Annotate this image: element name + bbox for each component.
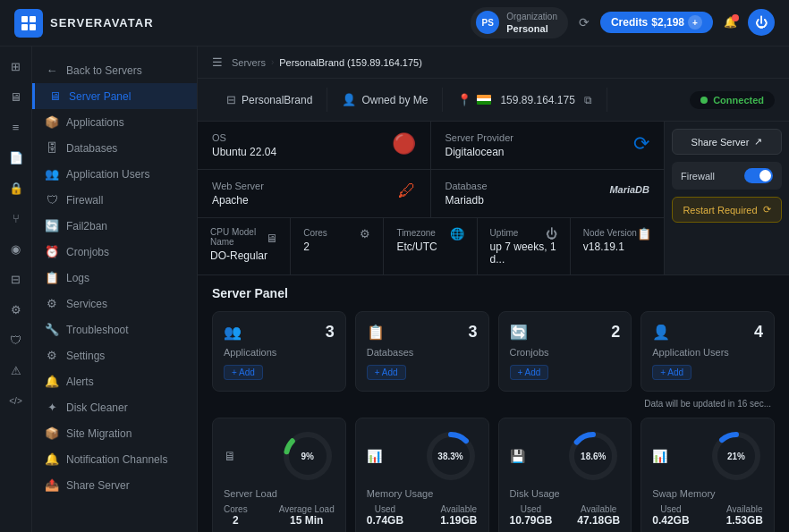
sidebar-icon-server[interactable]: 🖥	[4, 84, 29, 109]
status-text: Connected	[713, 95, 764, 106]
databases-add-button[interactable]: + Add	[367, 365, 406, 380]
swap-avail-label: Available	[726, 504, 763, 514]
logo-icon	[14, 9, 43, 38]
sidebar-item-troubleshoot[interactable]: 🔧 Troubleshoot	[32, 317, 197, 342]
server-tab-owned[interactable]: 👤 Owned by Me	[327, 88, 443, 112]
webserver-cell: Web Server Apache 🖊	[198, 170, 431, 217]
sidebar-item-databases[interactable]: 🗄 Databases	[32, 135, 197, 161]
fail2ban-icon: 🔄	[45, 219, 59, 232]
nav-back-label: Back to Servers	[66, 64, 142, 77]
sidebar-icon-grid[interactable]: ⊞	[4, 54, 29, 79]
location-icon: 📍	[457, 93, 471, 106]
databases-icon: 🗄	[45, 141, 59, 155]
refresh-button[interactable]: ⟳	[579, 15, 590, 30]
power-button[interactable]: ⏻	[748, 9, 775, 36]
firewall-icon: 🛡	[45, 193, 59, 207]
sidebar-label-disk-cleaner: Disk Cleaner	[66, 401, 128, 414]
share-icon: ↗	[754, 136, 762, 148]
firewall-toggle[interactable]	[744, 168, 773, 183]
swap-percent: 21%	[727, 452, 745, 461]
avg-load-stat: Average Load 15 Min	[279, 504, 335, 527]
sidebar-item-share-server[interactable]: 📤 Share Server	[32, 472, 197, 498]
update-notice: Data will be updated in 16 sec...	[212, 399, 775, 409]
restart-required-button[interactable]: Restart Required ⟳	[672, 197, 782, 223]
breadcrumb-current: PersonalBrand (159.89.164.175)	[279, 57, 422, 68]
os-label: OS	[212, 132, 276, 143]
swap-icon: 📊	[652, 449, 667, 463]
notification-channels-icon: 🔔	[45, 452, 59, 466]
digitalocean-icon: ⟳	[633, 132, 649, 156]
webserver-value: Apache	[212, 194, 264, 207]
sidebar-item-applications[interactable]: 📦 Applications	[32, 109, 197, 135]
server-header: ⊟ PersonalBrand 👤 Owned by Me 📍 159.89.1…	[198, 79, 789, 122]
timezone-label: Timezone	[396, 228, 436, 238]
avg-load-label: Average Load	[279, 504, 335, 514]
monitor-cards: 🖥 9% Server Load Cores	[212, 418, 775, 532]
uptime-value: up 7 weeks, 1 d...	[490, 241, 557, 266]
sidebar-label-logs: Logs	[66, 272, 89, 284]
sidebar-icon-alert[interactable]: ⚠	[4, 358, 29, 383]
server-info-wrapper: OS Ubuntu 22.04 🔴 Server Provider Digita…	[198, 122, 789, 275]
sidebar-item-logs[interactable]: 📋 Logs	[32, 265, 197, 291]
breadcrumb-servers[interactable]: Servers	[232, 57, 266, 68]
server-name-label: PersonalBrand	[242, 94, 312, 106]
sidebar-item-site-migration[interactable]: 📦 Site Migration	[32, 420, 197, 446]
os-value: Ubuntu 22.04	[212, 146, 276, 158]
applications-card: 👥 3 Applications + Add	[212, 311, 346, 392]
credits-badge[interactable]: Credits $2,198 +	[600, 12, 713, 33]
sidebar-item-disk-cleaner[interactable]: ✦ Disk Cleaner	[32, 394, 197, 420]
sidebar-icon-shield[interactable]: 🛡	[4, 327, 29, 352]
sidebar-icon-code[interactable]: </>	[4, 388, 29, 413]
app-users-add-button[interactable]: + Add	[652, 365, 691, 380]
sidebar-item-server-panel[interactable]: 🖥 Server Panel	[32, 83, 197, 109]
timezone-value: Etc/UTC	[396, 241, 463, 253]
alerts-icon: 🔔	[45, 375, 59, 388]
sidebar-item-app-users[interactable]: 👥 Application Users	[32, 161, 197, 187]
sidebar-item-alerts[interactable]: 🔔 Alerts	[32, 368, 197, 394]
cpu-cell: CPU Model Name 🖥 DO-Regular	[198, 218, 291, 274]
sidebar-icon-lock[interactable]: 🔒	[4, 175, 29, 200]
provider-label: Server Provider	[445, 132, 513, 143]
app-users-card-icon: 👤	[652, 324, 670, 341]
share-server-button[interactable]: Share Server ↗	[672, 129, 782, 155]
sidebar-item-fail2ban[interactable]: 🔄 Fail2ban	[32, 213, 197, 239]
org-badge[interactable]: PS Organization Personal	[471, 7, 568, 38]
memory-avail-value: 1.19GB	[440, 514, 477, 527]
server-load-donut: 9%	[281, 429, 335, 483]
server-tab-name[interactable]: ⊟ PersonalBrand	[212, 88, 327, 112]
logo: SERVERAVATAR	[14, 9, 154, 38]
provider-value: Digitalocean	[445, 146, 513, 158]
sidebar-icon-document[interactable]: 📄	[4, 145, 29, 170]
sidebar-icon-gear[interactable]: ⚙	[4, 297, 29, 322]
ip-label: 159.89.164.175	[500, 94, 574, 106]
node-label: Node Version	[583, 228, 637, 238]
applications-add-button[interactable]: + Add	[224, 365, 263, 380]
sidebar-item-notification-channels[interactable]: 🔔 Notification Channels	[32, 446, 197, 472]
server-panel-icon: 🖥	[47, 89, 62, 103]
server-load-card: 🖥 9% Server Load Cores	[212, 418, 346, 532]
sidebar-label-applications: Applications	[66, 116, 124, 129]
sidebar-item-settings[interactable]: ⚙ Settings	[32, 342, 197, 368]
sidebar-icon-list[interactable]: ≡	[4, 114, 29, 139]
nav-back-to-servers[interactable]: ← Back to Servers	[32, 57, 197, 83]
notifications-button[interactable]: 🔔	[724, 16, 737, 29]
sidebar-label-app-users: Application Users	[66, 168, 149, 181]
sidebar-icon-branch[interactable]: ⑂	[4, 206, 29, 231]
sidebar-label-services: Services	[66, 298, 107, 310]
sidebar-item-firewall[interactable]: 🛡 Firewall	[32, 187, 197, 213]
applications-icon: 📦	[45, 115, 59, 129]
svg-rect-2	[21, 24, 28, 30]
sidebar-item-services[interactable]: ⚙ Services	[32, 291, 197, 317]
credits-plus-button[interactable]: +	[688, 15, 702, 30]
sidebar-icon-table[interactable]: ⊟	[4, 266, 29, 291]
databases-card: 📋 3 Databases + Add	[355, 311, 489, 392]
sidebar-item-cronjobs[interactable]: ⏰ Cronjobs	[32, 239, 197, 265]
cronjobs-add-button[interactable]: + Add	[510, 365, 549, 380]
restart-icon: ⟳	[763, 204, 771, 215]
cpu-value: DO-Regular	[210, 249, 277, 262]
server-tab-ip[interactable]: 📍 159.89.164.175 ⧉	[443, 88, 607, 112]
sidebar-icon-eye[interactable]: ◉	[4, 236, 29, 261]
credits-amount: $2,198	[651, 16, 684, 29]
uptime-label: Uptime	[490, 228, 519, 238]
copy-icon[interactable]: ⧉	[584, 94, 592, 106]
